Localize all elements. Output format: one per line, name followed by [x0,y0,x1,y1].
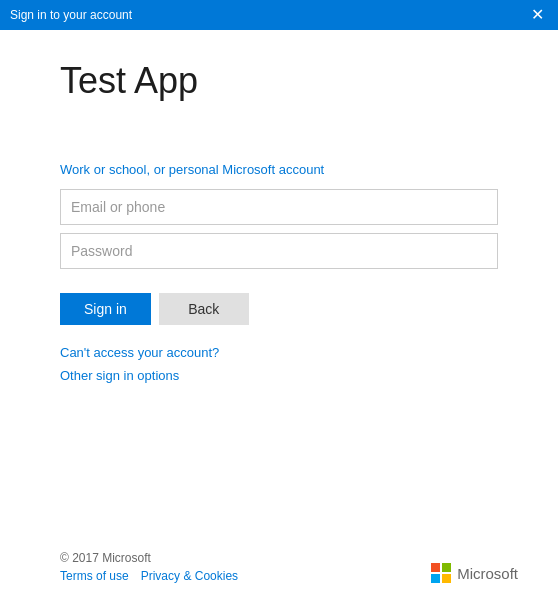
app-title: Test App [60,60,498,102]
titlebar: Sign in to your account ✕ [0,0,558,30]
privacy-link[interactable]: Privacy & Cookies [141,569,238,583]
ms-square-green [442,563,451,572]
ms-square-red [431,563,440,572]
password-input[interactable] [60,233,498,269]
email-input[interactable] [60,189,498,225]
back-button[interactable]: Back [159,293,249,325]
ms-square-yellow [442,574,451,583]
copyright-text: © 2017 Microsoft [60,551,238,565]
footer-links: Terms of use Privacy & Cookies [60,569,238,583]
buttons-row: Sign in Back [60,293,498,325]
app-window: Sign in to your account ✕ Test App Work … [0,0,558,599]
subtitle-plain: Work or school, or personal [60,162,222,177]
footer-left: © 2017 Microsoft Terms of use Privacy & … [60,551,238,583]
microsoft-logo: Microsoft [431,563,518,583]
signin-button[interactable]: Sign in [60,293,151,325]
titlebar-title: Sign in to your account [10,8,132,22]
microsoft-text: Microsoft [457,565,518,582]
form-subtitle: Work or school, or personal Microsoft ac… [60,162,498,177]
other-signin-link[interactable]: Other sign in options [60,368,498,383]
main-content: Test App Work or school, or personal Mic… [0,30,558,599]
footer: © 2017 Microsoft Terms of use Privacy & … [60,551,518,583]
subtitle-brand: Microsoft [222,162,275,177]
ms-squares-icon [431,563,451,583]
terms-link[interactable]: Terms of use [60,569,129,583]
ms-square-blue [431,574,440,583]
cant-access-link[interactable]: Can't access your account? [60,345,498,360]
subtitle-end: account [275,162,324,177]
close-button[interactable]: ✕ [527,5,548,25]
